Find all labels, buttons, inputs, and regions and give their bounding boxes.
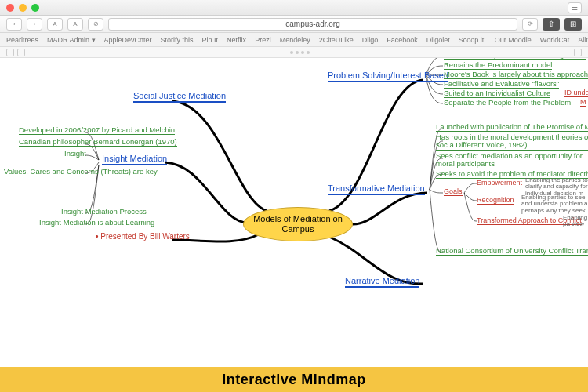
leaf[interactable]: Launched with publication of The Promise…	[436, 122, 588, 132]
leaf[interactable]: Facilitative and Evaluative "flavors"	[444, 79, 559, 89]
leaf[interactable]: National Consortium of University Confli…	[436, 246, 588, 256]
branch-problem-solving[interactable]: Problem Solving/Interest Based	[328, 71, 448, 82]
back-button[interactable]: ‹	[6, 18, 22, 31]
reload-icon[interactable]: ⟳	[522, 18, 538, 31]
new-tab-icon[interactable]	[574, 49, 582, 56]
leaf-aside: M	[580, 98, 586, 107]
branch-social-justice[interactable]: Social Justice Mediation	[133, 91, 226, 103]
goal-desc: Enabling parties to see and understa pro…	[521, 194, 588, 214]
window-titlebar: ☰	[0, 0, 588, 16]
leaf[interactable]: Sees conflict mediation as an opportunit…	[436, 152, 588, 169]
bookmark-item[interactable]: 2CiteULike	[319, 36, 354, 44]
maximize-icon[interactable]	[31, 4, 39, 12]
mindmap-center[interactable]: Models of Mediation on Campus	[243, 207, 353, 241]
bookmark-item[interactable]: Mendeley	[280, 36, 310, 44]
bookmark-item[interactable]: Our Moodle	[495, 36, 532, 44]
bookmark-item[interactable]: Diigo	[362, 36, 379, 44]
leaf[interactable]: Canadian philosopher Bernard Lonergan (1…	[19, 137, 177, 147]
bookmark-item[interactable]: Alltop	[578, 36, 588, 44]
goals-label[interactable]: Goals	[444, 187, 463, 196]
goal-item[interactable]: Recognition	[477, 196, 514, 205]
close-icon[interactable]	[6, 4, 14, 12]
bookmark-item[interactable]: Prezi	[255, 36, 271, 44]
leaf[interactable]: Developed in 2006/2007 by Picard and Mel…	[19, 125, 175, 135]
bookmark-item[interactable]: Facebook	[387, 36, 418, 44]
bookmark-item[interactable]: Pearltrees	[6, 36, 38, 44]
tabs-icon[interactable]: ⊞	[564, 18, 582, 31]
font-size-large[interactable]: A	[67, 18, 83, 31]
leaf[interactable]: Launched with publication of Getting to …	[444, 58, 586, 60]
bookmarks-bar: Pearltrees MADR Admin ▾ AppleDevCnter St…	[0, 33, 588, 47]
leaf[interactable]: Moore's Book is largely about this appro…	[444, 70, 588, 79]
goal-desc: Enabling pa view	[563, 215, 588, 228]
bookmark-item[interactable]: AppleDevCnter	[104, 36, 152, 44]
bookmark-item[interactable]: Scoop.it!	[459, 36, 486, 44]
presenter[interactable]: Presented By Bill Warters	[96, 232, 190, 241]
branch-narrative[interactable]: Narrative Mediation	[345, 276, 419, 288]
leaf[interactable]: Values, Cares and Concerns (Threats) are…	[4, 167, 158, 176]
font-size-small[interactable]: A	[47, 18, 63, 31]
tab-icon[interactable]	[6, 49, 14, 56]
forward-button[interactable]: ›	[27, 18, 42, 31]
sidebar-toggle-icon[interactable]: ☰	[568, 2, 582, 13]
footer-title: Interactive Mindmap	[0, 367, 588, 392]
leaf[interactable]: Suited to an Individualist Culture	[444, 89, 550, 98]
leaf[interactable]: Separate the People from the Problem	[444, 98, 571, 107]
goal-item[interactable]: Empowerment	[477, 179, 522, 187]
leaf[interactable]: Insight Mediation Process	[61, 207, 147, 216]
leaf[interactable]: Insight	[64, 149, 86, 158]
bookmark-item[interactable]: Storify this	[161, 36, 194, 44]
share-icon[interactable]: ⇧	[543, 18, 560, 31]
leaf[interactable]: Remains the Predominant model	[444, 60, 552, 70]
bookmark-item[interactable]: WorldCat	[540, 36, 569, 44]
bookmark-item[interactable]: Netflix	[227, 36, 246, 44]
bookmark-item[interactable]: MADR Admin ▾	[47, 36, 96, 44]
address-field[interactable]: campus-adr.org	[108, 18, 517, 31]
bookmark-item[interactable]: Pin It	[202, 36, 219, 44]
leaf[interactable]: Insight Mediation is about Learning	[39, 218, 154, 227]
branch-transformative[interactable]: Transformative Mediation	[328, 183, 425, 195]
branch-insight[interactable]: Insight Mediation	[102, 154, 167, 165]
mindmap-canvas[interactable]: Models of Mediation on Campus Social Jus…	[0, 58, 588, 367]
leaf[interactable]: Has roots in the moral development theor…	[436, 133, 588, 151]
leaf-aside: ID under	[564, 89, 588, 97]
bookmark-item[interactable]: Diigolet	[426, 36, 450, 44]
tab-strip	[0, 47, 588, 58]
tab-icon[interactable]	[17, 49, 25, 56]
reader-icon[interactable]: ⊘	[88, 18, 103, 31]
url-bar: ‹ › A A ⊘ campus-adr.org ⟳ ⇧ ⊞	[0, 16, 588, 33]
minimize-icon[interactable]	[19, 4, 27, 12]
